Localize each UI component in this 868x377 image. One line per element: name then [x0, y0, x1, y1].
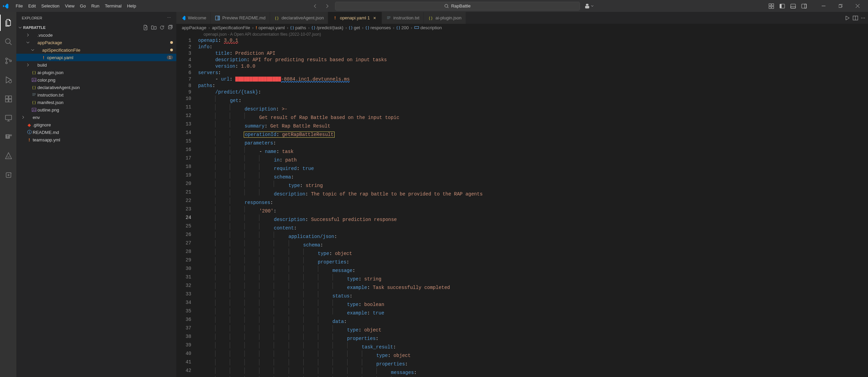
breadcrumb-item[interactable]: { } responses: [366, 25, 391, 30]
code-line[interactable]: 1openapi: 3.0.1: [176, 37, 868, 44]
tab-declarativeagent-json[interactable]: { }declarativeAgent.json: [270, 12, 328, 24]
new-folder-icon[interactable]: [150, 24, 157, 31]
tree-item-apispecificationfile[interactable]: apiSpecificationFile: [16, 46, 176, 54]
tree-item-apppackage[interactable]: appPackage: [16, 39, 176, 46]
code-line[interactable]: 30 message:: [176, 265, 868, 274]
code-line[interactable]: 9 /predict/{task}:: [176, 89, 868, 96]
layout-customize-icon[interactable]: [767, 1, 776, 11]
activity-add[interactable]: [0, 167, 16, 183]
breadcrumb-item[interactable]: { } paths: [290, 25, 306, 30]
copilot-icon[interactable]: [584, 1, 594, 11]
breadcrumb-item[interactable]: appPackage: [182, 25, 206, 30]
code-line[interactable]: 21 description: The topic of the rap bat…: [176, 189, 868, 198]
new-file-icon[interactable]: [142, 24, 149, 31]
toggle-panel-icon[interactable]: [788, 1, 798, 11]
activity-teams[interactable]: T: [0, 129, 16, 145]
sidebar-more-icon[interactable]: ⋯: [167, 16, 171, 20]
code-line[interactable]: 2info:: [176, 44, 868, 50]
toggle-secondary-sidebar-icon[interactable]: [799, 1, 809, 11]
breadcrumb-item[interactable]: { } get: [349, 25, 360, 30]
tab-ai-plugin-json[interactable]: { }ai-plugin.json: [424, 12, 466, 24]
tree-item-readme-md[interactable]: ⓘREADME.md: [16, 128, 176, 136]
code-line[interactable]: 6servers:: [176, 70, 868, 76]
code-line[interactable]: 23 '200':: [176, 206, 868, 215]
breadcrumb-item[interactable]: { } 200: [397, 25, 409, 30]
code-line[interactable]: 36 data:: [176, 316, 868, 325]
run-icon[interactable]: [845, 15, 850, 21]
tab-openapi-yaml[interactable]: !openapi.yaml 1×: [328, 12, 382, 24]
tree-item-outline-png[interactable]: outline.png: [16, 106, 176, 114]
code-line[interactable]: 11 description: >-: [176, 104, 868, 113]
tree-item-declarativeagent-json[interactable]: { }declarativeAgent.json: [16, 84, 176, 91]
code-line[interactable]: 34 type: boolean: [176, 299, 868, 308]
code-line[interactable]: 19 schema:: [176, 172, 868, 181]
code-line[interactable]: 20 type: string: [176, 181, 868, 189]
tree-item-color-png[interactable]: color.png: [16, 76, 176, 84]
menu-help[interactable]: Help: [124, 2, 139, 10]
command-center[interactable]: RapBattle: [335, 2, 580, 11]
code-line[interactable]: 39 task_result:: [176, 342, 868, 350]
code-line[interactable]: 15 parameters:: [176, 138, 868, 147]
activity-azure[interactable]: [0, 148, 16, 164]
breadcrumb[interactable]: appPackage›apiSpecificationFile›! openap…: [176, 24, 868, 31]
breadcrumb-item[interactable]: description: [414, 25, 442, 30]
code-line[interactable]: 28 type: object: [176, 249, 868, 257]
refresh-icon[interactable]: [159, 24, 165, 31]
code-line[interactable]: 8paths:: [176, 83, 868, 89]
code-line[interactable]: 3 title: Prediction API: [176, 50, 868, 57]
code-line[interactable]: 13 summary: Get Rap Battle Result: [176, 121, 868, 130]
breadcrumb-item[interactable]: ! openapi.yaml: [256, 25, 285, 30]
code-line[interactable]: 10 get:: [176, 96, 868, 104]
code-line[interactable]: 17 in: path: [176, 155, 868, 164]
code-line[interactable]: 37 type: object: [176, 325, 868, 333]
project-section-header[interactable]: RAPBATTLE: [16, 24, 176, 31]
code-line[interactable]: 35 example: true: [176, 308, 868, 316]
code-line[interactable]: 24 description: Successful prediction re…: [176, 215, 868, 223]
menu-run[interactable]: Run: [89, 2, 102, 10]
code-line[interactable]: 14 operationId: getRapBattleResult: [176, 130, 868, 138]
nav-back[interactable]: [312, 2, 319, 10]
menu-go[interactable]: Go: [77, 2, 89, 10]
code-line[interactable]: 27 schema:: [176, 240, 868, 249]
window-minimize[interactable]: [816, 0, 831, 12]
breadcrumb-item[interactable]: { } /predict/{task}: [312, 25, 343, 30]
tab-instruction-txt[interactable]: instruction.txt: [382, 12, 424, 24]
code-line[interactable]: 31 type: string: [176, 274, 868, 282]
code-line[interactable]: 42 messages:: [176, 367, 868, 376]
code-line[interactable]: 5 version: 1.0.0: [176, 63, 868, 70]
activity-extensions[interactable]: [0, 91, 16, 107]
tree-item-env[interactable]: env: [16, 114, 176, 121]
toggle-primary-sidebar-icon[interactable]: [777, 1, 787, 11]
activity-run-debug[interactable]: [0, 72, 16, 88]
menu-edit[interactable]: Edit: [26, 2, 38, 10]
nav-forward[interactable]: [323, 2, 331, 10]
code-line[interactable]: 40 type: object: [176, 350, 868, 359]
activity-explorer[interactable]: [0, 15, 16, 31]
tab-welcome[interactable]: Welcome: [176, 12, 211, 24]
code-line[interactable]: 33 status:: [176, 291, 868, 299]
activity-remote-explorer[interactable]: [0, 110, 16, 126]
menu-terminal[interactable]: Terminal: [102, 2, 124, 10]
activity-search[interactable]: [0, 34, 16, 50]
tree-item-instruction-txt[interactable]: instruction.txt: [16, 91, 176, 99]
code-line[interactable]: 16 - name: task: [176, 147, 868, 155]
code-line[interactable]: 41 properties:: [176, 359, 868, 367]
code-line[interactable]: 7 - url: ████████████████-8084.inc1.devt…: [176, 76, 868, 83]
split-editor-icon[interactable]: [853, 15, 858, 21]
close-icon[interactable]: ×: [372, 15, 377, 21]
code-line[interactable]: 38 properties:: [176, 333, 868, 342]
tree-item--gitignore[interactable]: ◆.gitignore: [16, 121, 176, 128]
tree-item-openapi-yaml[interactable]: !openapi.yaml1: [16, 54, 176, 61]
tree-item-teamsapp-yml[interactable]: !teamsapp.yml: [16, 136, 176, 143]
breadcrumb-item[interactable]: apiSpecificationFile: [212, 25, 250, 30]
code-line[interactable]: 18 required: true: [176, 164, 868, 172]
activity-source-control[interactable]: [0, 53, 16, 69]
code-line[interactable]: 25 content:: [176, 223, 868, 232]
tree-item-manifest-json[interactable]: { }manifest.json: [16, 99, 176, 106]
window-restore[interactable]: [833, 0, 848, 12]
menu-selection[interactable]: Selection: [38, 2, 62, 10]
tree-item--vscode[interactable]: .vscode: [16, 31, 176, 39]
collapse-all-icon[interactable]: [167, 24, 174, 31]
menu-view[interactable]: View: [62, 2, 77, 10]
menu-file[interactable]: File: [13, 2, 26, 10]
